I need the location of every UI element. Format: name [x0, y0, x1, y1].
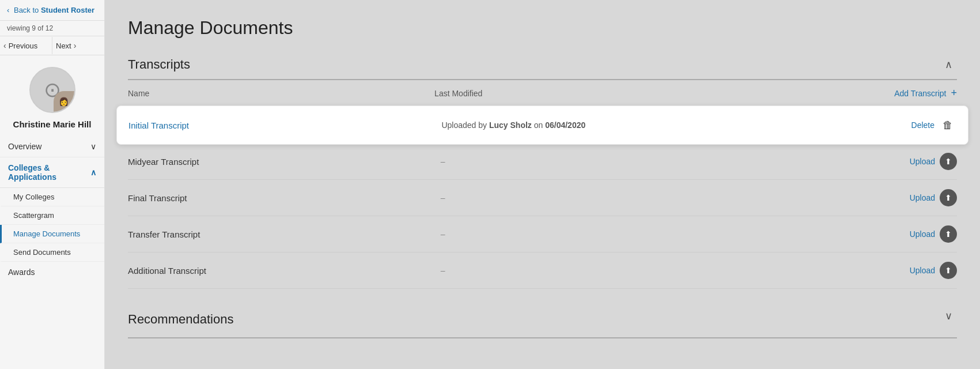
overview-label: Overview	[8, 142, 41, 151]
uploader-name: Lucy Sholz	[489, 121, 532, 130]
back-label: Back to	[14, 6, 39, 14]
upload-icon-final[interactable]: ⬆	[940, 189, 957, 206]
main-content: Manage Documents Transcripts ∧ Name Last…	[105, 0, 980, 369]
delete-button[interactable]: Delete	[911, 121, 934, 130]
upload-icon-transfer[interactable]: ⬆	[940, 225, 957, 243]
midyear-transcript-label: Midyear Transcript	[128, 157, 199, 167]
transcript-action-transfer: Upload ⬆	[910, 225, 957, 243]
sidebar-item-manage-documents[interactable]: Manage Documents	[0, 225, 104, 243]
avatar-area: ⊙ 👩 Christine Marie Hill	[0, 55, 104, 136]
transfer-dash: –	[441, 229, 445, 239]
recommendations-section: Recommendations ∨	[128, 300, 957, 338]
transcript-modified-final: –	[441, 193, 910, 202]
colleges-applications-label: Colleges & Applications	[8, 163, 90, 182]
table-row: Additional Transcript – Upload ⬆	[128, 253, 957, 289]
transcript-action-additional: Upload ⬆	[910, 262, 957, 279]
table-row: Transfer Transcript – Upload ⬆	[128, 216, 957, 253]
upload-icon-additional[interactable]: ⬆	[940, 262, 957, 279]
transcript-modified-transfer: –	[441, 229, 910, 239]
table-row: Initial Transcript Uploaded by Lucy Shol…	[116, 106, 968, 145]
transcript-action-midyear: Upload ⬆	[910, 153, 957, 170]
transcript-name-midyear: Midyear Transcript	[128, 157, 441, 167]
sidebar-nav: Overview ∨ Colleges & Applications ∧ My …	[0, 136, 104, 283]
col-header-modified: Last Modified	[434, 89, 894, 98]
prev-next-nav: ‹ Previous Next ›	[0, 36, 104, 55]
upload-button-transfer[interactable]: Upload	[910, 229, 935, 239]
table-header: Name Last Modified Add Transcript +	[128, 80, 957, 107]
previous-button[interactable]: ‹ Previous	[0, 36, 52, 55]
sidebar-item-awards[interactable]: Awards	[0, 262, 104, 283]
back-link-text: Student Roster	[41, 6, 94, 14]
uploaded-by-text: Uploaded by	[441, 121, 489, 130]
manage-documents-label: Manage Documents	[13, 229, 80, 238]
transcript-action-final: Upload ⬆	[910, 189, 957, 206]
transcript-modified-midyear: –	[441, 157, 910, 166]
viewing-info: viewing 9 of 12	[0, 21, 104, 36]
recommendations-expand-icon[interactable]: ∨	[940, 307, 957, 325]
chevron-left-icon: ‹	[7, 6, 9, 14]
avatar-photo-icon: 👩	[59, 97, 69, 106]
next-button[interactable]: Next ›	[52, 36, 104, 55]
add-transcript-label: Add Transcript	[894, 89, 946, 98]
transcripts-section: Transcripts ∧ Name Last Modified Add Tra…	[128, 56, 957, 289]
sidebar-item-my-colleges[interactable]: My Colleges	[0, 188, 104, 206]
additional-dash: –	[441, 266, 445, 275]
upload-button-final[interactable]: Upload	[910, 193, 935, 202]
table-row: Midyear Transcript – Upload ⬆	[128, 144, 957, 180]
next-arrow-icon: ›	[74, 41, 77, 50]
awards-label: Awards	[8, 268, 35, 277]
transfer-transcript-label: Transfer Transcript	[128, 229, 200, 239]
transcript-name-initial[interactable]: Initial Transcript	[128, 121, 441, 130]
viewing-info-text: viewing 9 of 12	[7, 24, 53, 32]
previous-label: Previous	[9, 42, 38, 50]
add-icon: +	[951, 87, 957, 99]
send-documents-label: Send Documents	[13, 248, 71, 257]
transcript-action-initial: Delete 🗑	[911, 116, 956, 134]
col-header-name: Name	[128, 89, 434, 98]
additional-transcript-label: Additional Transcript	[128, 266, 206, 276]
delete-icon[interactable]: 🗑	[939, 116, 956, 134]
initial-transcript-link[interactable]: Initial Transcript	[128, 121, 189, 130]
transcripts-header: Transcripts ∧	[128, 56, 957, 80]
recommendations-header: Recommendations ∨	[128, 300, 957, 338]
avatar-photo: 👩	[54, 91, 74, 112]
prev-arrow-icon: ‹	[3, 41, 6, 50]
sidebar-item-send-documents[interactable]: Send Documents	[0, 243, 104, 262]
student-name: Christine Marie Hill	[9, 119, 96, 130]
upload-button-additional[interactable]: Upload	[910, 266, 935, 275]
transcript-modified-initial: Uploaded by Lucy Sholz on 06/04/2020	[441, 121, 911, 130]
sidebar-item-overview[interactable]: Overview ∨	[0, 136, 104, 157]
overview-chevron-icon: ∨	[90, 142, 96, 151]
upload-icon-midyear[interactable]: ⬆	[940, 153, 957, 170]
final-transcript-label: Final Transcript	[128, 193, 187, 203]
table-row: Final Transcript – Upload ⬆	[128, 180, 957, 216]
recommendations-title: Recommendations	[128, 300, 233, 332]
midyear-dash: –	[441, 157, 445, 166]
transcript-modified-additional: –	[441, 266, 910, 275]
add-transcript-button[interactable]: Add Transcript +	[894, 87, 957, 99]
transcripts-collapse-icon[interactable]: ∧	[940, 56, 957, 73]
transcript-name-transfer: Transfer Transcript	[128, 229, 441, 239]
on-text: on	[532, 121, 545, 130]
upload-button-midyear[interactable]: Upload	[910, 157, 935, 166]
transcripts-title: Transcripts	[128, 57, 190, 72]
next-label: Next	[56, 42, 71, 50]
sidebar-item-scattergram[interactable]: Scattergram	[0, 206, 104, 225]
final-dash: –	[441, 193, 445, 202]
avatar: ⊙ 👩	[29, 67, 75, 113]
colleges-chevron-icon: ∧	[90, 168, 96, 177]
transcript-name-additional: Additional Transcript	[128, 266, 441, 276]
page-title: Manage Documents	[128, 17, 957, 39]
upload-date: 06/04/2020	[545, 121, 585, 130]
transcript-name-final: Final Transcript	[128, 193, 441, 203]
back-to-roster-link[interactable]: ‹ Back to Student Roster	[0, 0, 104, 21]
my-colleges-label: My Colleges	[13, 193, 55, 201]
sidebar-item-colleges-applications[interactable]: Colleges & Applications ∧	[0, 157, 104, 188]
sidebar: ‹ Back to Student Roster viewing 9 of 12…	[0, 0, 105, 369]
scattergram-label: Scattergram	[13, 211, 54, 220]
